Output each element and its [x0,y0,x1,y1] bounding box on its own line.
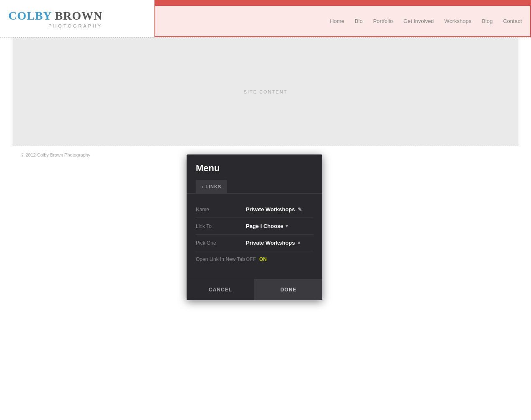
logo: COLBY BROWN PHOTOGRAPHY [8,9,102,28]
link-to-dropdown[interactable]: Page I Choose ▾ [246,223,288,229]
logo-photography: PHOTOGRAPHY [8,23,102,28]
site-content-area: SITE CONTENT [13,38,518,146]
nav-links: Home Bio Portfolio Get Involved Workshop… [155,6,530,36]
field-row-link-to: Link To Page I Choose ▾ [196,218,313,235]
nav-red-bar [155,1,530,6]
toggle-container[interactable]: OFF ON [246,256,267,262]
nav-item-portfolio[interactable]: Portfolio [373,18,393,24]
done-button[interactable]: DONE [255,279,322,300]
close-icon[interactable]: × [298,240,301,246]
nav-item-contact[interactable]: Contact [503,18,522,24]
modal-panel: Menu ‹ LINKS Name Private Workshops ✎ Li… [187,154,322,300]
modal-body: Name Private Workshops ✎ Link To Page I … [187,194,322,275]
nav-item-home[interactable]: Home [330,18,344,24]
cancel-button[interactable]: CANCEL [187,279,255,300]
edit-icon[interactable]: ✎ [298,207,302,213]
nav-item-workshops[interactable]: Workshops [444,18,471,24]
site-header: COLBY BROWN PHOTOGRAPHY Home Bio Portfol… [0,0,531,38]
modal-footer: CANCEL DONE [187,279,322,300]
footer-copyright: © 2012 Colby Brown Photography [21,152,90,157]
tab-links-label: LINKS [205,184,221,189]
open-link-label: Open Link In New Tab [196,256,246,262]
pick-one-label: Pick One [196,240,246,246]
name-value: Private Workshops [246,206,295,213]
chevron-left-icon: ‹ [202,185,203,189]
nav-item-get-involved[interactable]: Get Involved [403,18,434,24]
site-content-label: SITE CONTENT [244,89,288,94]
modal-title: Menu [187,154,322,180]
tab-links[interactable]: ‹ LINKS [196,180,227,193]
toggle-on-label: ON [259,256,267,262]
logo-brown: BROWN [52,9,103,22]
logo-area: COLBY BROWN PHOTOGRAPHY [0,0,154,37]
link-to-label: Link To [196,223,246,229]
link-to-value: Page I Choose [246,223,283,229]
nav-area: Home Bio Portfolio Get Involved Workshop… [154,0,531,37]
pick-one-value: Private Workshops [246,240,295,246]
toggle-off-label: OFF [246,256,256,262]
nav-item-bio[interactable]: Bio [355,18,363,24]
modal-tabs: ‹ LINKS [187,180,322,194]
name-label: Name [196,207,246,213]
logo-colby: COLBY [8,9,52,22]
pick-one-value-container: Private Workshops × [246,240,301,246]
nav-item-blog[interactable]: Blog [482,18,493,24]
name-value-container: Private Workshops ✎ [246,206,313,213]
field-row-pick-one: Pick One Private Workshops × [196,235,313,251]
chevron-down-icon: ▾ [286,223,288,229]
field-row-open-link: Open Link In New Tab OFF ON [196,251,313,267]
field-row-name: Name Private Workshops ✎ [196,201,313,218]
